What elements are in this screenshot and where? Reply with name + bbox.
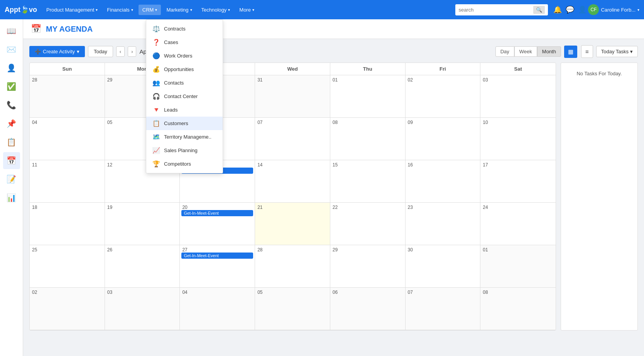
table-row[interactable]: 24 xyxy=(480,203,556,245)
chevron-down-icon: ▾ xyxy=(637,8,639,12)
contacts-icon[interactable]: 👤 xyxy=(578,5,587,14)
table-row[interactable]: 03 xyxy=(105,288,180,330)
dropdown-item-work-orders[interactable]: 🔵 Work Orders xyxy=(146,49,223,63)
table-row[interactable]: 28 xyxy=(255,245,330,288)
create-activity-button[interactable]: ➕ Create Activity ▾ xyxy=(29,46,85,57)
user-menu[interactable]: CF Caroline Forb... ▾ xyxy=(588,4,639,15)
table-row[interactable]: 14 xyxy=(255,160,330,203)
table-row[interactable]: 28 xyxy=(30,75,105,118)
calendar-wrapper: Sun Mon Tue Wed Thu Fri Sat 28 29 30 xyxy=(29,63,638,331)
table-row[interactable]: 01 xyxy=(330,75,406,118)
table-row[interactable]: 22 xyxy=(330,203,406,245)
dropdown-item-cases[interactable]: ❓ Cases xyxy=(146,36,223,49)
nav-crm[interactable]: CRM ▾ xyxy=(139,5,161,15)
table-row[interactable]: 21 xyxy=(255,203,330,245)
day-header-wed: Wed xyxy=(255,63,330,75)
table-row[interactable]: 20 Get-In-Meet-Event xyxy=(180,203,255,245)
calendar-section: ➕ Create Activity ▾ Today ‹ › April 2021… xyxy=(23,39,644,356)
dropdown-item-opportunities[interactable]: 💰 Opportunities xyxy=(146,63,223,76)
table-row[interactable]: 15 xyxy=(330,160,406,203)
week-view-button[interactable]: Week xyxy=(514,46,537,57)
leads-icon: 🔻 xyxy=(152,106,160,114)
contacts-menu-icon: 👥 xyxy=(152,79,160,86)
notifications-icon[interactable]: 🔔 xyxy=(553,5,562,14)
page-title: MY AGENDA xyxy=(46,25,93,34)
page-header: 📅 MY AGENDA xyxy=(23,19,644,39)
calendar-grid-view-button[interactable]: ▦ xyxy=(564,46,577,58)
sidebar-item-chart[interactable]: 📊 xyxy=(3,189,20,206)
table-row[interactable]: 16 xyxy=(406,160,481,203)
table-row[interactable]: 17 xyxy=(480,160,556,203)
table-row[interactable]: 05 xyxy=(255,288,330,330)
nav-more[interactable]: More ▾ xyxy=(235,5,258,15)
search-button[interactable]: 🔍 xyxy=(533,6,545,14)
today-tasks-button[interactable]: Today Tasks ▾ xyxy=(596,46,638,57)
month-view-button[interactable]: Month xyxy=(537,46,561,57)
table-row[interactable]: 03 xyxy=(480,75,556,118)
table-row[interactable]: 26 xyxy=(105,245,180,288)
search-input[interactable] xyxy=(458,7,532,13)
sidebar-item-pin[interactable]: 📌 xyxy=(3,115,20,132)
table-row[interactable]: 08 xyxy=(330,118,406,160)
dropdown-item-competitors[interactable]: 🏆 Competitors xyxy=(146,157,223,171)
table-row[interactable]: 08 xyxy=(480,288,556,330)
nav-technology[interactable]: Technology ▾ xyxy=(198,5,234,15)
sidebar-item-calendar[interactable]: 📅 xyxy=(3,152,20,169)
contracts-icon: ⚖️ xyxy=(152,25,160,32)
nav-marketing[interactable]: Marketing ▾ xyxy=(162,5,196,15)
table-row[interactable]: 07 xyxy=(406,288,481,330)
dropdown-item-contracts[interactable]: ⚖️ Contracts xyxy=(146,22,223,36)
dropdown-item-customers[interactable]: 📋 Customers xyxy=(146,117,223,130)
app-logo[interactable]: Appt 🍃 vo xyxy=(5,5,37,14)
table-row[interactable]: 30 xyxy=(406,245,481,288)
calendar-event[interactable]: Get-In-Meet-Event xyxy=(181,253,253,259)
sidebar-item-tasks[interactable]: ✅ xyxy=(3,78,20,95)
nav-financials[interactable]: Financials ▾ xyxy=(103,5,137,15)
table-row[interactable]: 04 xyxy=(180,288,255,330)
table-row[interactable]: 25 xyxy=(30,245,105,288)
sidebar-item-phone[interactable]: 📞 xyxy=(3,97,20,114)
calendar-list-view-button[interactable]: ≡ xyxy=(581,45,593,58)
dropdown-item-contact-center[interactable]: 🎧 Contact Center xyxy=(146,90,223,103)
toolbar-right: Day Week Month ▦ ≡ Today Tasks ▾ xyxy=(495,45,638,58)
day-view-button[interactable]: Day xyxy=(495,46,514,57)
cases-icon: ❓ xyxy=(152,39,160,46)
calendar-event[interactable]: Get-In-Meet-Event xyxy=(181,210,253,216)
sidebar-item-notes[interactable]: 📝 xyxy=(3,171,20,188)
table-row[interactable]: 01 xyxy=(480,245,556,288)
dropdown-item-leads[interactable]: 🔻 Leads xyxy=(146,103,223,117)
sidebar-item-email[interactable]: ✉️ xyxy=(3,41,20,58)
next-month-button[interactable]: › xyxy=(128,46,136,57)
main-content: 📅 MY AGENDA ➕ Create Activity ▾ Today ‹ … xyxy=(23,19,644,356)
sidebar-item-book[interactable]: 📖 xyxy=(3,22,20,39)
prev-month-button[interactable]: ‹ xyxy=(116,46,125,57)
sidebar-item-list[interactable]: 📋 xyxy=(3,134,20,151)
chevron-down-icon: ▾ xyxy=(77,49,79,54)
table-row[interactable]: 02 xyxy=(30,288,105,330)
table-row[interactable]: 09 xyxy=(406,118,481,160)
table-row[interactable]: 18 xyxy=(30,203,105,245)
table-row[interactable]: 06 xyxy=(330,288,406,330)
table-row[interactable]: 31 xyxy=(255,75,330,118)
day-header-sat: Sat xyxy=(480,63,556,75)
table-row[interactable]: 10 xyxy=(480,118,556,160)
no-tasks-message: No Tasks For Today. xyxy=(566,71,633,76)
dropdown-item-sales-planning[interactable]: 📈 Sales Planning xyxy=(146,144,223,157)
table-row[interactable]: 11 xyxy=(30,160,105,203)
nav-product-management[interactable]: Product Management ▾ xyxy=(42,5,101,15)
table-row[interactable]: 29 xyxy=(330,245,406,288)
table-row[interactable]: 04 xyxy=(30,118,105,160)
messages-icon[interactable]: 💬 xyxy=(566,5,574,14)
table-row[interactable]: 27 Get-In-Meet-Event xyxy=(180,245,255,288)
dropdown-item-contacts[interactable]: 👥 Contacts xyxy=(146,76,223,90)
dropdown-item-territory-management[interactable]: 🗺️ Territory Manageme.. xyxy=(146,130,223,144)
table-row[interactable]: 23 xyxy=(406,203,481,245)
table-row[interactable]: 07 xyxy=(255,118,330,160)
opportunities-icon: 💰 xyxy=(152,66,160,73)
table-row[interactable]: 02 xyxy=(406,75,481,118)
table-row[interactable]: 19 xyxy=(105,203,180,245)
topnav-icons: 🔔 💬 👤 xyxy=(553,5,587,14)
today-button[interactable]: Today xyxy=(88,46,113,57)
sidebar-item-contacts[interactable]: 👤 xyxy=(3,59,20,76)
work-orders-icon: 🔵 xyxy=(152,52,160,59)
